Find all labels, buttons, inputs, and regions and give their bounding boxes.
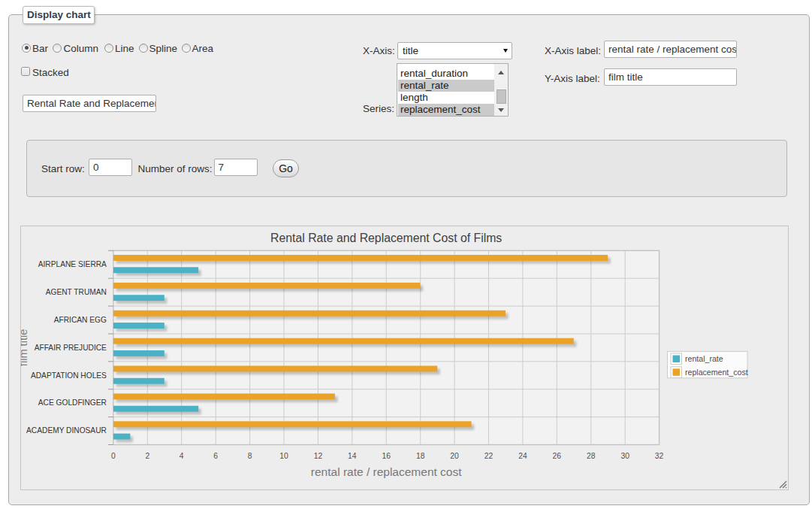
svg-text:16: 16 [382, 452, 391, 460]
svg-text:2: 2 [145, 452, 149, 460]
svg-text:4: 4 [180, 452, 184, 460]
svg-text:0: 0 [111, 452, 116, 460]
svg-text:20: 20 [450, 452, 459, 460]
svg-text:18: 18 [416, 452, 425, 460]
svg-text:10: 10 [279, 452, 288, 460]
svg-text:26: 26 [553, 452, 562, 460]
svg-text:AIRPLANE SIERRA: AIRPLANE SIERRA [38, 260, 107, 268]
svg-text:AFFAIR PREJUDICE: AFFAIR PREJUDICE [35, 344, 107, 352]
svg-text:8: 8 [248, 452, 252, 460]
svg-text:Rental Rate and Replacement Co: Rental Rate and Replacement Cost of Film… [270, 232, 502, 244]
svg-text:AGENT TRUMAN: AGENT TRUMAN [46, 288, 107, 296]
svg-text:14: 14 [348, 452, 357, 460]
svg-text:30: 30 [620, 452, 629, 460]
svg-text:24: 24 [518, 452, 527, 460]
svg-text:28: 28 [587, 452, 596, 460]
svg-text:rental_rate: rental_rate [685, 354, 723, 363]
svg-text:6: 6 [213, 452, 218, 460]
svg-text:ADAPTATION HOLES: ADAPTATION HOLES [31, 371, 107, 380]
svg-text:rental rate / replacement cost: rental rate / replacement cost [311, 465, 462, 478]
svg-text:ACE GOLDFINGER: ACE GOLDFINGER [38, 398, 107, 407]
svg-text:32: 32 [655, 452, 664, 460]
svg-text:replacement_cost: replacement_cost [685, 368, 748, 377]
svg-text:22: 22 [484, 452, 494, 460]
svg-text:AFRICAN EGG: AFRICAN EGG [54, 316, 107, 324]
svg-text:ACADEMY DINOSAUR: ACADEMY DINOSAUR [26, 426, 107, 435]
svg-text:film title: film title [21, 329, 30, 366]
svg-text:12: 12 [314, 452, 323, 460]
